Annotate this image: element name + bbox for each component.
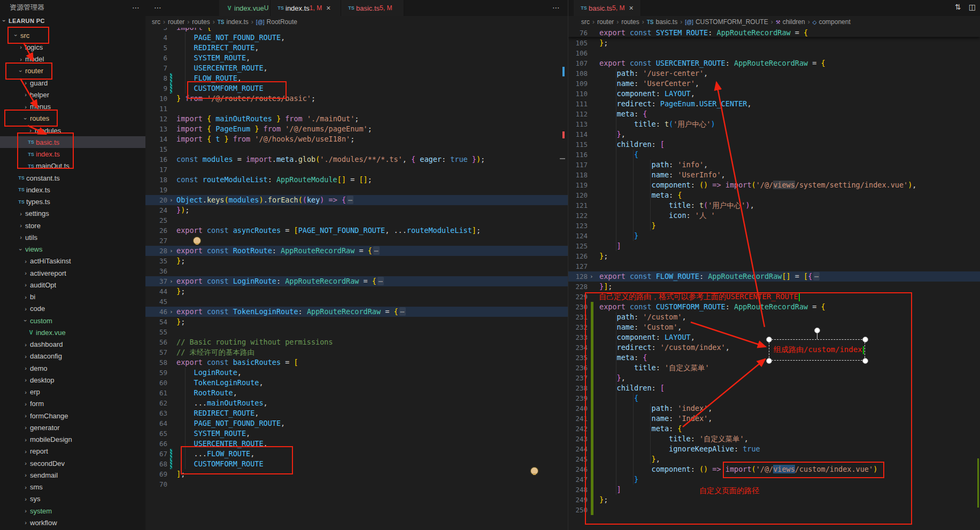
- resize-handle[interactable]: [766, 337, 772, 342]
- chevron-right-icon[interactable]: ›: [17, 44, 25, 50]
- lightbulb-icon[interactable]: [531, 467, 538, 474]
- lightbulb-icon[interactable]: [194, 237, 200, 244]
- tree-item-form[interactable]: ›form: [0, 398, 167, 410]
- tree-item-dashboard[interactable]: ›dashboard: [0, 339, 167, 350]
- chevron-right-icon[interactable]: ›: [21, 104, 30, 110]
- chevron-right-icon[interactable]: ›: [21, 508, 30, 514]
- code-line[interactable]: 5 REDIRECT_ROUTE,: [145, 43, 568, 53]
- code-line-sticky[interactable]: 76export const SYSTEM_ROUTE: AppRouteRec…: [568, 28, 980, 37]
- editor-actions-icon[interactable]: ⋯: [552, 3, 560, 12]
- breadcrumb-item[interactable]: component: [819, 18, 850, 26]
- chevron-right-icon[interactable]: ›: [21, 270, 30, 276]
- breadcrumb[interactable]: src›router›routes›TSbasic.ts›[@]CUSTOMFO…: [568, 16, 980, 28]
- code-line[interactable]: 228}];: [568, 282, 980, 292]
- chevron-right-icon[interactable]: ›: [21, 80, 30, 86]
- code-line[interactable]: 58export const basicRoutes = [: [145, 357, 568, 368]
- tree-item-types.ts[interactable]: TStypes.ts: [0, 196, 162, 208]
- fold-chevron-icon[interactable]: ›: [169, 246, 173, 256]
- tree-item-system[interactable]: ›system: [0, 505, 167, 517]
- code-line[interactable]: 26export const asyncRoutes = [PAGE_NOT_F…: [145, 225, 568, 236]
- breadcrumb-item[interactable]: RootRoute: [267, 18, 297, 26]
- tree-item-auditOpt[interactable]: ›auditOpt: [0, 279, 167, 291]
- code-line[interactable]: 4 PAGE_NOT_FOUND_ROUTE,: [145, 33, 568, 43]
- chevron-right-icon[interactable]: ›: [17, 222, 25, 229]
- code-line[interactable]: 111 redirect: PageEnum.USER_CENTER,: [568, 99, 980, 109]
- breadcrumb-item[interactable]: router: [168, 18, 184, 26]
- close-icon[interactable]: ×: [326, 4, 330, 12]
- tree-item-report[interactable]: ›report: [0, 446, 167, 457]
- code-line[interactable]: 56// Basic routing without permissions: [145, 337, 568, 347]
- tree-item-settings[interactable]: ›settings: [0, 208, 162, 220]
- chevron-right-icon[interactable]: ›: [21, 496, 30, 502]
- code-line[interactable]: 35};: [145, 256, 568, 266]
- code-line[interactable]: 105};: [568, 38, 980, 48]
- workspace-root[interactable]: › LEARUN PC: [0, 15, 145, 27]
- breadcrumb-item[interactable]: index.ts: [227, 18, 249, 26]
- code-line[interactable]: 36: [145, 266, 568, 276]
- tab-basic.ts[interactable]: TSbasic.ts 5, M×: [574, 0, 641, 16]
- chevron-right-icon[interactable]: ›: [21, 424, 30, 431]
- code-line[interactable]: 45: [145, 297, 568, 307]
- code-line[interactable]: 127: [568, 261, 980, 271]
- split-editor-icon[interactable]: ◫: [969, 3, 976, 11]
- chevron-right-icon[interactable]: ›: [21, 448, 30, 455]
- code-line[interactable]: 125 ]: [568, 241, 980, 251]
- code-line[interactable]: 20›Object.keys(modules).forEach((key) =>…: [145, 195, 568, 205]
- chevron-right-icon[interactable]: ›: [17, 56, 25, 63]
- code-line[interactable]: 116 {: [568, 150, 980, 160]
- tree-item-mobileDesign[interactable]: ›mobileDesign: [0, 434, 167, 446]
- chevron-right-icon[interactable]: ›: [21, 91, 30, 98]
- compare-changes-icon[interactable]: ⇅: [955, 3, 961, 11]
- note-compose-route[interactable]: 组成路由/custom/index: [769, 339, 865, 361]
- code-line[interactable]: 108 path: '/user-center',: [568, 68, 980, 79]
- tab-index.vue[interactable]: Vindex.vue U: [219, 0, 271, 16]
- chevron-right-icon[interactable]: ›: [21, 401, 30, 407]
- fold-chevron-icon[interactable]: ›: [169, 195, 173, 205]
- code-line[interactable]: 15: [145, 144, 568, 154]
- tree-item-utils[interactable]: ›utils: [0, 231, 162, 243]
- tab-overflow-icon[interactable]: ⋯: [154, 3, 162, 12]
- chevron-right-icon[interactable]: ›: [21, 341, 30, 348]
- chevron-right-icon[interactable]: ›: [21, 484, 30, 490]
- code-line[interactable]: 24});: [145, 205, 568, 215]
- resize-handle[interactable]: [862, 358, 868, 364]
- code-line[interactable]: 120 meta: {: [568, 190, 980, 200]
- code-line[interactable]: 54};: [145, 317, 568, 327]
- code-line[interactable]: 19: [145, 185, 568, 195]
- chevron-right-icon[interactable]: ›: [21, 460, 30, 466]
- fold-chevron-icon[interactable]: ›: [590, 271, 593, 282]
- tab-basic.ts[interactable]: TSbasic.ts 5, M: [341, 0, 404, 16]
- breadcrumb-item[interactable]: CUSTOMFORM_ROUTE: [696, 18, 768, 26]
- chevron-right-icon[interactable]: ›: [21, 389, 30, 395]
- explorer-more-icon[interactable]: ⋯: [132, 3, 140, 12]
- code-line[interactable]: 122 icon: '人 ': [568, 211, 980, 221]
- resize-handle[interactable]: [766, 358, 772, 364]
- tree-item-secondDev[interactable]: ›secondDev: [0, 457, 167, 469]
- tree-item-generator[interactable]: ›generator: [0, 422, 167, 433]
- sticky-scroll-line[interactable]: 76export const SYSTEM_ROUTE: AppRouteRec…: [568, 28, 980, 37]
- chevron-right-icon[interactable]: ›: [21, 412, 30, 419]
- breadcrumb-item[interactable]: src: [152, 18, 160, 26]
- tree-item-store[interactable]: ›store: [0, 220, 162, 231]
- tree-item-bi[interactable]: ›bi: [0, 291, 167, 303]
- chevron-right-icon[interactable]: ›: [21, 282, 30, 288]
- code-line[interactable]: 14import { t } from '/@/hooks/web/useI18…: [145, 134, 568, 144]
- breadcrumb-item[interactable]: src: [581, 18, 590, 26]
- code-line[interactable]: 12import { mainOutRoutes } from './mainO…: [145, 114, 568, 124]
- code-line[interactable]: 3import {: [145, 28, 568, 33]
- breadcrumb-item[interactable]: routes: [621, 18, 639, 26]
- code-line[interactable]: 63 REDIRECT_ROUTE,: [145, 408, 568, 418]
- code-line[interactable]: 110 component: LAYOUT,: [568, 89, 980, 99]
- chevron-right-icon[interactable]: ›: [21, 294, 30, 300]
- tree-item-custom[interactable]: ›custom: [0, 315, 167, 326]
- code-line[interactable]: 123 }: [568, 221, 980, 231]
- code-line[interactable]: 55: [145, 327, 568, 337]
- chevron-right-icon[interactable]: ›: [21, 437, 30, 443]
- tab-index.ts[interactable]: TSindex.ts 1, M×: [271, 0, 341, 16]
- code-line[interactable]: 107export const USERCENTER_ROUTE: AppRou…: [568, 58, 980, 68]
- code-line[interactable]: 64 PAGE_NOT_FOUND_ROUTE,: [145, 418, 568, 428]
- code-line[interactable]: 121 title: t('用户中心'),: [568, 200, 980, 211]
- code-line[interactable]: 62 ...mainOutRoutes,: [145, 398, 568, 408]
- close-icon[interactable]: ×: [629, 4, 633, 12]
- chevron-down-icon[interactable]: ›: [22, 316, 29, 325]
